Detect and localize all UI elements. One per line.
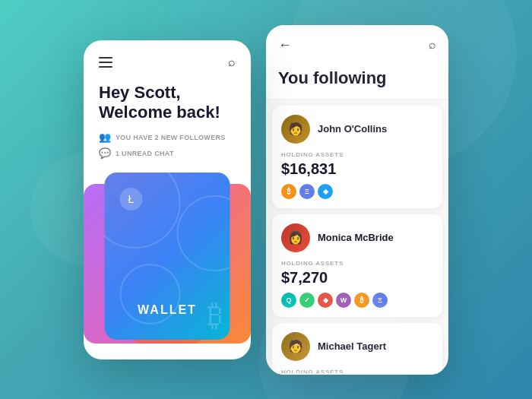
- avatar-john-placeholder: 🧑: [281, 115, 310, 144]
- wallet-card-center[interactable]: Ł WALLET ₿: [105, 173, 230, 340]
- crypto-icons-john: ₿ Ξ ◈: [281, 184, 433, 199]
- followers-notification: 👥 YOU HAVE 2 NEW FOLLOWERS: [99, 131, 236, 143]
- card-decor-1: [105, 173, 181, 249]
- btc-icon: ₿: [281, 184, 296, 199]
- chat-notif-text: 1 UNREAD CHAT: [116, 150, 174, 157]
- avatar-monica: 👩: [281, 223, 310, 252]
- bitcoin-bg-icon: ₿: [207, 298, 223, 332]
- greeting-section: Hey Scott, Welcome back!: [84, 77, 251, 132]
- followers-text: YOU HAVE 2 NEW FOLLOWERS: [116, 134, 226, 141]
- left-phone: ⌕ Hey Scott, Welcome back! 👥 YOU HAVE 2 …: [84, 40, 251, 359]
- assets-value-monica: $7,270: [281, 269, 433, 287]
- user-row-monica: 👩 Monica McBride: [281, 223, 433, 252]
- search-icon[interactable]: ⌕: [228, 55, 236, 69]
- chat-notification: 💬 1 UNREAD CHAT: [99, 147, 236, 159]
- greeting-line2: Welcome back!: [99, 103, 236, 122]
- left-header: ⌕: [84, 40, 251, 77]
- followers-icon: 👥: [99, 131, 111, 143]
- avatar-john: 🧑: [281, 115, 310, 144]
- tw-icon: ◈: [318, 184, 333, 199]
- eth-icon: Ξ: [299, 184, 315, 199]
- wallet-cards-area: Ł ◈ Ł WALLET ₿: [84, 173, 251, 355]
- wallet-label: WALLET: [138, 303, 197, 317]
- greeting-line1: Hey Scott,: [99, 83, 236, 103]
- avatar-monica-placeholder: 👩: [281, 223, 310, 252]
- user-name-monica: Monica McBride: [318, 232, 394, 243]
- chat-notif-icon: 💬: [99, 147, 111, 159]
- hamburger-icon[interactable]: [99, 57, 112, 68]
- notifications: 👥 YOU HAVE 2 NEW FOLLOWERS 💬 1 UNREAD CH…: [84, 131, 251, 173]
- card-decor-2: [177, 195, 230, 271]
- assets-label-monica: HOLDING ASSETS: [281, 260, 433, 267]
- litecoin-card-icon: Ł: [120, 188, 143, 211]
